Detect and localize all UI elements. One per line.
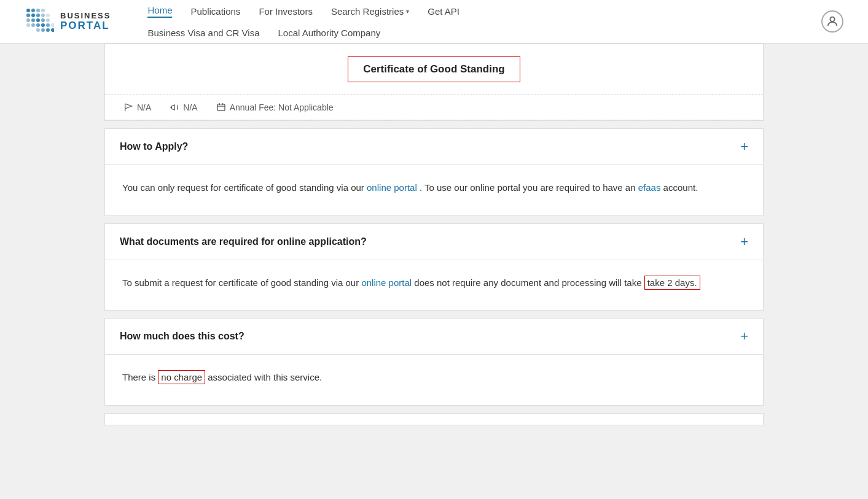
logo-portal: PORTAL [60, 20, 111, 32]
navbar: BUSINESS PORTAL Home Publications For In… [0, 0, 868, 44]
documents-text: To submit a request for certificate of g… [122, 275, 746, 291]
svg-point-19 [51, 23, 54, 27]
svg-rect-25 [217, 104, 225, 111]
nav-home[interactable]: Home [147, 5, 172, 18]
svg-point-16 [36, 23, 40, 27]
info-item-1: N/A [123, 103, 151, 112]
two-days-highlight: take 2 days. [644, 276, 700, 290]
svg-point-10 [31, 18, 35, 22]
svg-point-14 [26, 23, 30, 27]
accordion-cost: How much does this cost? + There is no c… [104, 318, 764, 406]
nav-row-1: Home Publications For Investors Search R… [147, 0, 821, 23]
online-portal-link-2[interactable]: online portal [361, 277, 412, 288]
info-item-2: N/A [170, 103, 197, 112]
svg-point-8 [46, 14, 50, 17]
accordion-how-to-apply-body: You can only request for certificate of … [105, 165, 763, 215]
logo-icon [25, 7, 54, 36]
info-text-2: N/A [183, 103, 197, 112]
svg-point-17 [41, 23, 45, 27]
svg-point-3 [41, 9, 45, 12]
info-text-3: Annual Fee: Not Applicable [230, 103, 334, 112]
accordion-documents: What documents are required for online a… [104, 223, 764, 311]
info-row: N/A N/A Annual Fee: Not Applicable [105, 95, 763, 120]
svg-point-21 [41, 28, 45, 32]
svg-point-18 [46, 23, 50, 27]
svg-point-11 [36, 18, 40, 22]
nav-row-2: Business Visa and CR Visa Local Authorit… [147, 23, 821, 43]
svg-point-22 [46, 28, 50, 32]
accordion-documents-body: To submit a request for certificate of g… [105, 260, 763, 311]
efaas-link[interactable]: efaas [638, 182, 661, 193]
user-avatar[interactable] [821, 10, 843, 33]
calendar-icon [216, 103, 226, 112]
user-icon [826, 15, 839, 28]
nav-local-authority[interactable]: Local Authority Company [278, 28, 381, 38]
logo-text: BUSINESS PORTAL [60, 12, 111, 32]
nav-get-api[interactable]: Get API [428, 6, 459, 17]
plus-icon-3: + [740, 330, 748, 343]
accordion-cost-header[interactable]: How much does this cost? + [105, 319, 763, 355]
svg-point-4 [26, 14, 30, 17]
no-charge-highlight: no charge [158, 370, 205, 384]
nav-links: Home Publications For Investors Search R… [147, 0, 821, 43]
nav-for-investors[interactable]: For Investors [259, 6, 313, 17]
accordion-documents-header[interactable]: What documents are required for online a… [105, 224, 763, 260]
plus-icon-1: + [740, 140, 748, 153]
svg-point-15 [31, 23, 35, 27]
svg-point-9 [26, 18, 30, 22]
accordion-how-to-apply-title: How to Apply? [120, 141, 188, 152]
accordion-cost-title: How much does this cost? [120, 331, 244, 342]
accordion-how-to-apply: How to Apply? + You can only request for… [104, 128, 764, 216]
bottom-partial-section [104, 413, 764, 425]
svg-point-6 [36, 14, 40, 17]
page-wrapper: Certificate of Good Standing N/A N/A [0, 44, 868, 425]
svg-point-0 [26, 9, 30, 12]
how-to-apply-text: You can only request for certificate of … [122, 180, 746, 196]
nav-business-visa[interactable]: Business Visa and CR Visa [147, 28, 259, 38]
svg-point-13 [46, 18, 50, 22]
svg-point-24 [830, 17, 834, 21]
accordion-documents-title: What documents are required for online a… [120, 236, 367, 247]
svg-point-12 [41, 18, 45, 22]
flag-icon [123, 103, 133, 112]
nav-publications[interactable]: Publications [190, 6, 240, 17]
svg-point-7 [41, 14, 45, 17]
svg-point-23 [51, 28, 54, 32]
svg-point-20 [36, 28, 40, 32]
nav-search-registries[interactable]: Search Registries ▾ [331, 6, 409, 17]
svg-point-2 [36, 9, 40, 12]
megaphone-icon [170, 103, 179, 112]
info-item-3: Annual Fee: Not Applicable [216, 103, 334, 112]
online-portal-link-1[interactable]: online portal [367, 182, 417, 193]
logo[interactable]: BUSINESS PORTAL [25, 7, 111, 36]
info-text-1: N/A [137, 103, 151, 112]
logo-business: BUSINESS [60, 12, 111, 20]
svg-point-1 [31, 9, 35, 12]
cert-title-box: Certificate of Good Standing [348, 56, 520, 82]
title-card: Certificate of Good Standing N/A N/A [104, 44, 764, 121]
title-section: Certificate of Good Standing [105, 44, 763, 95]
svg-point-5 [31, 14, 35, 17]
accordion-cost-body: There is no charge associated with this … [105, 355, 763, 405]
plus-icon-2: + [740, 235, 748, 249]
chevron-down-icon: ▾ [406, 8, 409, 15]
cert-title: Certificate of Good Standing [363, 63, 504, 75]
accordion-how-to-apply-header[interactable]: How to Apply? + [105, 129, 763, 165]
cost-text: There is no charge associated with this … [122, 369, 746, 385]
